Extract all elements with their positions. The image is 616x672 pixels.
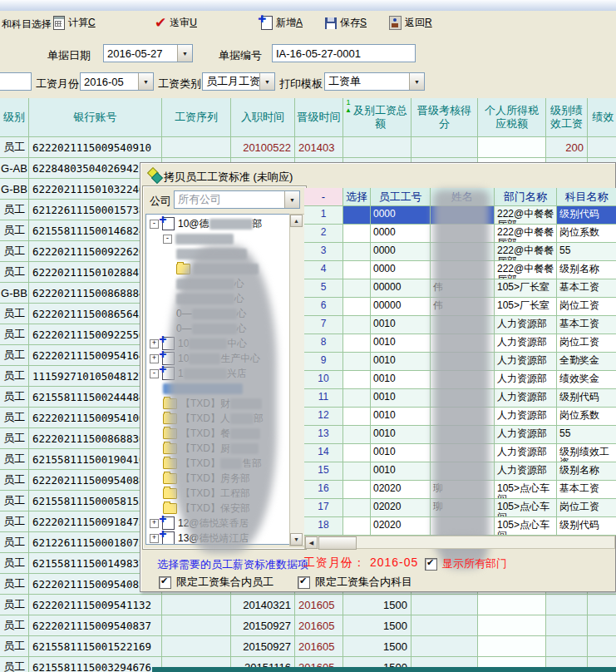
dialog-cell-r2-c1[interactable]	[343, 225, 371, 243]
grid-cell-r25-c6[interactable]	[411, 636, 478, 657]
grid-cell-r12-c0[interactable]: 员工	[0, 366, 29, 387]
tree-item-12[interactable]: 【TXD】财	[163, 396, 262, 411]
dialog-cell-r8-c5[interactable]: 岗位工资	[557, 334, 616, 353]
grid-cell-r1-c7[interactable]	[478, 137, 546, 158]
grid-cell-r7-c0[interactable]: 员工	[0, 262, 29, 283]
grid-cell-r25-c5[interactable]: 1500	[343, 636, 411, 657]
tree-item-3[interactable]	[176, 261, 259, 276]
dialog-cell-r4-c0[interactable]: 4	[304, 261, 343, 279]
dialog-cell-r16-c5[interactable]: 基本工资	[557, 481, 616, 499]
grid-cell-r1-c1[interactable]: 6222021115009540910	[29, 137, 162, 158]
dialog-cell-r16-c0[interactable]: 16	[304, 481, 343, 499]
dialog-cell-r8-c4[interactable]: 人力资源部	[495, 334, 557, 353]
dialog-cell-r5-c0[interactable]: 5	[304, 279, 343, 298]
dialog-cell-r3-c4[interactable]: 222@中餐餐厅部	[495, 243, 557, 261]
partial-input[interactable]	[0, 72, 32, 91]
dialog-cell-r11-c5[interactable]: 级别代码	[557, 389, 616, 408]
dialog-cell-r10-c0[interactable]: 10	[304, 371, 343, 389]
dialog-cell-r2-c3[interactable]	[431, 225, 495, 243]
chevron-down-icon[interactable]: ▼	[409, 73, 424, 90]
tree-scrollbar[interactable]: ▲ ▼	[289, 214, 305, 546]
dialog-cell-r9-c1[interactable]	[343, 353, 371, 371]
dialog-cell-r12-c5[interactable]: 岗位系数	[557, 408, 616, 426]
dialog-cell-r7-c0[interactable]: 7	[304, 316, 343, 334]
dialog-cell-r7-c3[interactable]	[431, 316, 495, 334]
dialog-cell-r10-c5[interactable]: 绩效奖金	[557, 371, 616, 389]
dialog-cell-r2-c2[interactable]: 0000	[371, 225, 431, 243]
dialog-cell-r11-c4[interactable]: 人力资源部	[495, 389, 557, 408]
dialog-cell-r17-c2[interactable]: 02020	[371, 499, 431, 517]
dialog-cell-r14-c1[interactable]	[343, 444, 371, 462]
expand-icon[interactable]: +	[150, 519, 159, 528]
save-button[interactable]: 保存S	[325, 16, 367, 30]
tree-item-19[interactable]: 【TXD】保安部	[163, 501, 250, 516]
dialog-cell-r18-c5[interactable]: 级别代码	[557, 517, 616, 536]
chevron-down-icon[interactable]: ▼	[177, 45, 192, 62]
grid-cell-r24-c8[interactable]	[546, 615, 588, 636]
dialog-cell-r8-c1[interactable]	[343, 334, 371, 353]
dialog-cell-r1-c0[interactable]: 1	[304, 206, 343, 225]
grid-header-0[interactable]: 级别	[0, 98, 29, 137]
dialog-cell-r5-c2[interactable]: 00000	[371, 279, 431, 298]
grid-cell-r24-c6[interactable]	[411, 615, 478, 636]
tree-item-5[interactable]: 心	[176, 291, 244, 306]
dialog-cell-r8-c2[interactable]: 0010	[371, 334, 431, 353]
return-button[interactable]: 返回R	[389, 16, 432, 30]
tree-item-2[interactable]	[176, 246, 247, 261]
dialog-cell-r9-c5[interactable]: 全勤奖金	[557, 353, 616, 371]
dialog-cell-r11-c3[interactable]	[431, 389, 495, 408]
tree-item-16[interactable]: 【TXD】售部	[163, 456, 262, 471]
dialog-cell-r10-c4[interactable]: 人力资源部	[495, 371, 557, 389]
grid-cell-r24-c2[interactable]	[162, 615, 231, 636]
grid-cell-r2-c0[interactable]: G-AB	[0, 158, 29, 179]
add-new-button[interactable]: ✚ 新增A	[261, 16, 303, 30]
show-all-depts-checkbox[interactable]: 显示所有部门	[425, 556, 507, 571]
grid-cell-r25-c2[interactable]	[162, 636, 231, 657]
grid-cell-r24-c9[interactable]	[588, 615, 616, 636]
expand-icon[interactable]: +	[150, 339, 159, 348]
dialog-cell-r10-c1[interactable]	[343, 371, 371, 389]
grid-cell-r23-c6[interactable]	[411, 595, 478, 615]
dialog-cell-r17-c5[interactable]: 岗位工资	[557, 499, 616, 517]
grid-cell-r22-c0[interactable]: 员工	[0, 574, 29, 595]
dialog-cell-r18-c4[interactable]: 105>点心车间	[495, 517, 557, 536]
dialog-cell-r4-c5[interactable]: 级别名称	[557, 261, 616, 279]
dialog-cell-r6-c2[interactable]: 00000	[371, 298, 431, 316]
dialog-col-header-1[interactable]: 选择	[343, 188, 371, 206]
chevron-down-icon[interactable]: ▼	[138, 73, 153, 90]
dialog-cell-r3-c3[interactable]	[431, 243, 495, 261]
dialog-cell-r18-c0[interactable]: 18	[304, 517, 343, 536]
chevron-down-icon[interactable]: ▼	[284, 191, 299, 208]
dialog-col-header-5[interactable]: 科目名称	[557, 188, 616, 206]
grid-cell-r15-c0[interactable]: 员工	[0, 428, 29, 449]
grid-cell-r25-c0[interactable]: 员工	[0, 636, 29, 657]
limit-employees-checkbox[interactable]: 限定工资集合内员工	[159, 575, 274, 590]
dialog-cell-r3-c1[interactable]	[343, 243, 371, 261]
dialog-cell-r4-c2[interactable]: 0000	[371, 261, 431, 279]
dialog-cell-r7-c2[interactable]: 0010	[371, 316, 431, 334]
grid-cell-r24-c7[interactable]	[478, 615, 546, 636]
dialog-col-header-0[interactable]: -	[304, 188, 343, 206]
grid-cell-r1-c8[interactable]: 200	[546, 137, 588, 158]
dialog-cell-r11-c1[interactable]	[343, 389, 371, 408]
grid-cell-r21-c0[interactable]: 员工	[0, 553, 29, 574]
dialog-cell-r17-c4[interactable]: 105>点心车间	[495, 499, 557, 517]
grid-cell-r24-c5[interactable]: 1500	[343, 615, 411, 636]
tree-item-10[interactable]: -✚1兴店	[150, 366, 247, 381]
dialog-cell-r9-c2[interactable]: 0010	[371, 353, 431, 371]
dialog-cell-r2-c4[interactable]: 222@中餐餐厅部	[495, 225, 557, 243]
grid-cell-r23-c8[interactable]	[546, 595, 588, 615]
dialog-cell-r12-c3[interactable]	[431, 408, 495, 426]
dialog-cell-r13-c4[interactable]: 人力资源部	[495, 426, 557, 444]
dialog-cell-r7-c4[interactable]: 人力资源部	[495, 316, 557, 334]
dialog-cell-r15-c2[interactable]: 0010	[371, 462, 431, 481]
grid-header-7[interactable]: 个人所得税应税额	[478, 98, 546, 137]
collapse-icon[interactable]: -	[150, 220, 159, 229]
dialog-cell-r6-c1[interactable]	[343, 298, 371, 316]
dialog-cell-r13-c3[interactable]	[431, 426, 495, 444]
calculate-button[interactable]: 计算C	[53, 16, 96, 30]
dialog-cell-r14-c3[interactable]	[431, 444, 495, 462]
grid-cell-r1-c6[interactable]	[411, 137, 478, 158]
grid-cell-r23-c4[interactable]: 201605	[295, 595, 343, 615]
tree-item-17[interactable]: 【TXD】房务部	[163, 471, 250, 486]
